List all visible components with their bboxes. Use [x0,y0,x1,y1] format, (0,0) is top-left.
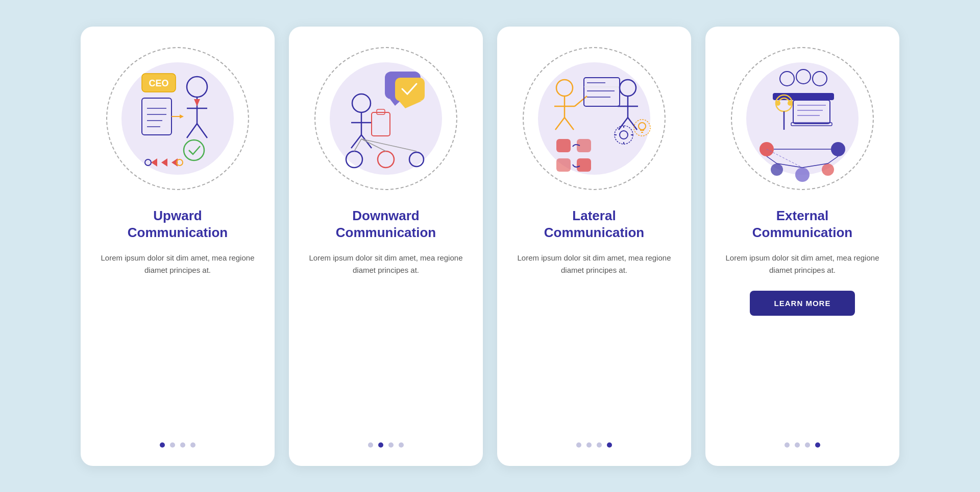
svg-point-35 [409,152,424,167]
svg-rect-77 [793,100,830,124]
svg-marker-14 [180,114,184,119]
svg-point-75 [788,101,793,106]
svg-rect-65 [556,139,571,152]
svg-point-50 [620,80,636,96]
svg-rect-67 [556,158,571,172]
svg-point-74 [775,101,780,106]
svg-line-91 [828,156,838,163]
dot-1[interactable] [785,442,790,448]
downward-dots [368,442,404,448]
svg-rect-8 [142,98,172,135]
svg-line-88 [767,156,777,163]
dot-1[interactable] [368,442,373,448]
dot-3[interactable] [180,442,185,448]
svg-point-71 [813,72,827,86]
svg-point-69 [780,72,794,86]
downward-title: DownwardCommunication [336,207,436,242]
external-dots [785,442,820,448]
dot-1[interactable] [576,442,581,448]
svg-marker-25 [399,101,422,108]
svg-point-85 [795,168,810,182]
dot-3[interactable] [805,442,810,448]
lateral-svg [528,52,660,185]
cards-container: CEO [60,6,920,486]
svg-line-37 [361,139,386,151]
svg-point-62 [639,123,646,130]
svg-point-39 [556,80,573,96]
card-downward: ? [289,27,483,466]
dot-4[interactable] [190,442,195,448]
svg-point-70 [796,69,811,84]
illustration-upward: CEO [101,42,254,195]
upward-dots [160,442,195,448]
svg-point-19 [145,159,151,166]
card-upward: CEO [81,27,275,466]
card-lateral: LateralCommunication Lorem ipsum dolor s… [497,27,691,466]
upward-text: Lorem ipsum dolor sit dim amet, mea regi… [97,252,258,276]
illustration-external [726,42,879,195]
illustration-downward: ? [309,42,462,195]
svg-rect-31 [372,112,390,136]
svg-marker-16 [151,158,157,167]
learn-more-button[interactable]: LEARN MORE [750,291,855,316]
external-svg [736,52,869,185]
upward-svg: CEO [111,52,244,185]
dot-1[interactable] [160,442,165,448]
svg-point-86 [822,163,834,176]
lateral-title: LateralCommunication [544,207,644,242]
svg-point-83 [831,142,845,156]
svg-line-5 [187,124,197,138]
dot-4[interactable] [815,442,820,448]
svg-rect-24 [395,78,425,101]
dot-4[interactable] [607,442,612,448]
svg-line-53 [619,118,628,130]
svg-text:CEO: CEO [149,78,168,88]
svg-point-26 [352,94,371,112]
svg-line-43 [565,118,574,130]
external-title: ExternalCommunication [752,207,852,242]
lateral-text: Lorem ipsum dolor sit dim amet, mea regi… [513,252,675,276]
dot-3[interactable] [388,442,394,448]
external-text: Lorem ipsum dolor sit dim amet, mea regi… [722,252,883,276]
lateral-dots [576,442,612,448]
dot-2[interactable] [170,442,175,448]
dot-2[interactable] [795,442,800,448]
svg-marker-17 [161,158,167,167]
svg-point-34 [378,151,394,168]
dot-2[interactable] [586,442,592,448]
svg-point-55 [615,126,633,144]
svg-point-61 [634,120,650,136]
dot-3[interactable] [597,442,602,448]
svg-line-42 [555,118,565,130]
downward-svg: ? [320,52,452,185]
svg-point-2 [187,77,207,97]
card-external: ExternalCommunication Lorem ipsum dolor … [705,27,899,466]
upward-title: UpwardCommunication [128,207,228,242]
svg-point-56 [620,131,628,139]
illustration-lateral [518,42,671,195]
dot-2[interactable] [378,442,383,448]
svg-rect-68 [577,158,591,172]
downward-text: Lorem ipsum dolor sit dim amet, mea regi… [305,252,467,276]
svg-line-36 [354,139,361,151]
svg-point-33 [346,151,362,168]
dot-4[interactable] [399,442,404,448]
svg-point-84 [771,163,783,176]
svg-point-15 [184,140,204,160]
svg-line-44 [575,96,587,106]
svg-marker-7 [194,99,200,106]
svg-rect-45 [584,78,620,106]
svg-line-6 [197,124,207,138]
